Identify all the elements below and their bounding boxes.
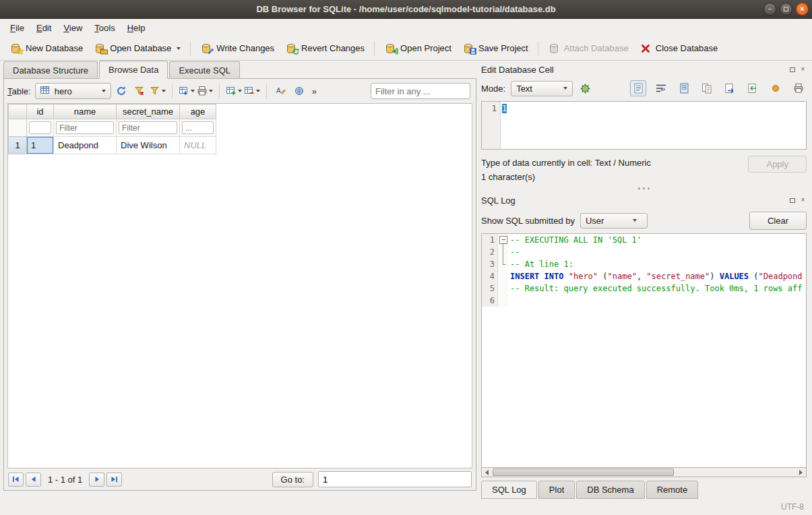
open-database-button[interactable]: Open Database [88, 39, 186, 58]
cell-age[interactable]: NULL [180, 137, 216, 154]
clear-log-button[interactable]: Clear [749, 212, 807, 230]
encoding-label[interactable]: UTF-8 [781, 502, 804, 512]
filter-options-button[interactable] [150, 83, 166, 99]
scroll-left-button[interactable] [482, 468, 492, 477]
open-in-external-button[interactable] [676, 80, 692, 96]
goto-button[interactable]: Go to: [272, 472, 313, 487]
export-data-button[interactable] [745, 80, 761, 96]
column-header-id[interactable]: id [27, 104, 54, 119]
delete-record-button[interactable] [244, 83, 260, 99]
previous-record-button[interactable] [26, 473, 41, 487]
menu-edit[interactable]: Edit [30, 20, 57, 36]
open-project-button[interactable]: Open Project [379, 39, 457, 58]
row-header[interactable]: 1 [9, 137, 27, 154]
copy-data-button[interactable] [699, 80, 715, 96]
refresh-button[interactable] [113, 83, 129, 99]
close-panel-icon[interactable]: × [799, 197, 807, 204]
encoding-button[interactable] [291, 83, 307, 99]
apply-button[interactable]: Apply [748, 156, 807, 173]
browse-toolbar-separator [266, 84, 267, 98]
sql-log-editor[interactable]: 1 -- EXECUTING ALL IN 'SQL 1' 2 -- 3 -- … [481, 233, 807, 467]
save-project-button[interactable]: Save Project [457, 39, 534, 58]
main-toolbar: New Database Open Database Write Changes… [0, 36, 812, 61]
table-select-caret-icon [102, 90, 106, 92]
save-table-button[interactable] [179, 83, 195, 99]
menu-file[interactable]: File [4, 20, 30, 36]
next-record-button[interactable] [89, 473, 104, 487]
filter-any-input[interactable] [371, 83, 470, 99]
edit-cell-header: Edit Database Cell × [481, 62, 807, 77]
menu-view[interactable]: View [57, 20, 88, 36]
goto-input[interactable] [318, 471, 472, 487]
log-text: -- [508, 246, 520, 258]
dock-tab-sql-log[interactable]: SQL Log [481, 481, 537, 499]
tab-execute-sql[interactable]: Execute SQL [169, 61, 240, 78]
tab-browse-data[interactable]: Browse Data [99, 61, 168, 79]
column-header-name[interactable]: name [54, 104, 117, 119]
log-line: 6 [482, 295, 806, 307]
insert-record-button[interactable] [226, 83, 242, 99]
attach-database-button[interactable]: Attach Database [542, 39, 634, 58]
last-record-button[interactable] [106, 473, 122, 487]
horizontal-scrollbar[interactable] [481, 467, 807, 477]
menu-tools[interactable]: Tools [88, 20, 121, 36]
revert-changes-button[interactable]: Revert Changes [280, 39, 370, 58]
mode-select[interactable]: Text [511, 81, 573, 96]
window-title: DB Browser for SQLite - /home/user/code/… [0, 4, 812, 14]
left-pane: Database Structure Browse Data Execute S… [0, 61, 476, 499]
scroll-right-button[interactable] [796, 468, 806, 477]
column-header-secret-name[interactable]: secret_name [117, 104, 180, 119]
fold-marker-icon[interactable] [498, 234, 508, 246]
tab-database-structure[interactable]: Database Structure [3, 61, 98, 78]
float-panel-icon[interactable] [788, 66, 796, 73]
minimize-button[interactable]: − [763, 3, 776, 16]
float-panel-icon[interactable] [788, 197, 796, 204]
clear-filters-button[interactable] [131, 83, 148, 99]
open-project-icon [384, 42, 396, 55]
menu-help[interactable]: Help [121, 20, 152, 36]
dock-resize-handle[interactable] [481, 184, 807, 193]
write-changes-button[interactable]: Write Changes [195, 39, 280, 58]
word-wrap-button[interactable] [653, 80, 669, 96]
table-select[interactable]: hero [35, 83, 111, 99]
filter-input-age[interactable] [182, 121, 214, 134]
delete-record-caret-icon [256, 90, 260, 92]
column-header-age[interactable]: age [180, 104, 216, 119]
dock-tab-plot[interactable]: Plot [538, 481, 575, 499]
maximize-icon [784, 7, 788, 11]
record-navigation: 1 - 1 of 1 Go to: [4, 468, 476, 490]
first-record-button[interactable] [8, 473, 24, 487]
new-database-button[interactable]: New Database [4, 39, 88, 58]
statusbar: UTF-8 [0, 499, 812, 515]
maximize-button[interactable] [780, 3, 792, 16]
import-data-button[interactable] [722, 80, 738, 96]
filter-input-name[interactable] [56, 121, 114, 134]
edit-mode-button[interactable]: A [273, 83, 289, 99]
cell-id[interactable]: 1 [27, 137, 54, 154]
print-cell-button[interactable] [790, 80, 807, 96]
print-button[interactable] [197, 83, 213, 99]
filter-input-id[interactable] [29, 121, 51, 134]
data-grid[interactable]: id name secret_name age [7, 103, 472, 468]
cell-editor-content[interactable]: 1 [501, 102, 806, 149]
cell-char-count: 1 character(s) [481, 170, 651, 184]
main-area: Database Structure Browse Data Execute S… [0, 61, 812, 499]
text-mode-button[interactable] [630, 80, 646, 96]
titlebar: DB Browser for SQLite - /home/user/code/… [0, 0, 812, 19]
scrollbar-thumb[interactable] [493, 468, 674, 476]
filter-input-secret-name[interactable] [119, 121, 177, 134]
close-button[interactable]: × [796, 3, 809, 16]
grid-corner[interactable] [9, 104, 27, 119]
dock-tab-remote[interactable]: Remote [646, 481, 699, 499]
submitted-by-select[interactable]: User [580, 213, 648, 229]
toolbar-overflow-button[interactable]: » [309, 85, 319, 98]
write-changes-label: Write Changes [216, 43, 274, 53]
auto-switch-mode-button[interactable] [577, 80, 593, 96]
cell-name[interactable]: Deadpond [54, 137, 117, 154]
close-panel-icon[interactable]: × [799, 66, 807, 73]
cell-editor[interactable]: 1 1 [481, 101, 807, 150]
close-database-button[interactable]: Close Database [634, 39, 724, 58]
cell-secret-name[interactable]: Dive Wilson [117, 137, 180, 154]
set-null-button[interactable] [768, 80, 784, 96]
dock-tab-db-schema[interactable]: DB Schema [576, 481, 644, 499]
